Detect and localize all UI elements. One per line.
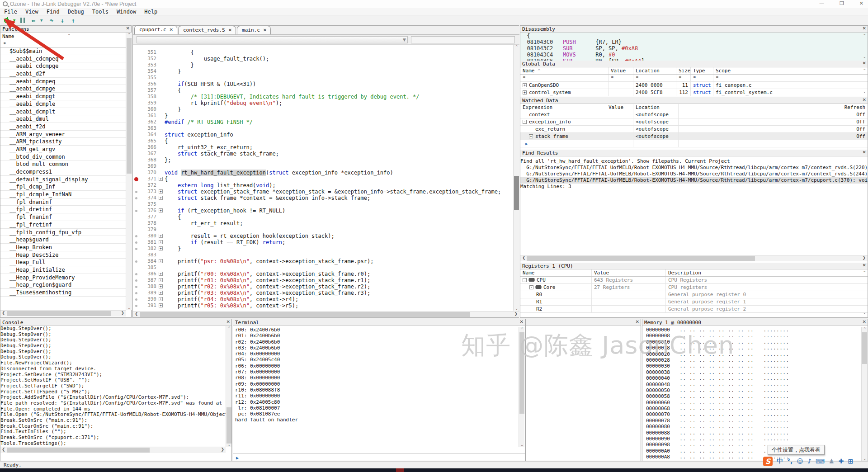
fold-gutter[interactable]: +	[156, 271, 165, 277]
watched-data-new-row[interactable]: ▶	[520, 140, 868, 147]
code-line[interactable]: 374+ struct stack_frame *context = &exce…	[133, 195, 513, 201]
minimize-button[interactable]: —	[816, 0, 827, 7]
global-data-row[interactable]: +control_system2400 5CF8112structfi_cont…	[520, 89, 868, 96]
function-item[interactable]: __fpl_fnaninf	[0, 213, 126, 221]
code-line[interactable]: 390+ printf("r04: 0x%08x\n", context->r4…	[133, 296, 513, 302]
function-item[interactable]: __Heap_Broken	[0, 244, 126, 251]
code-line[interactable]: 373+ struct exception_stack_frame *excep…	[133, 189, 513, 195]
column-header[interactable]: Location	[633, 67, 676, 74]
column-header[interactable]: Value	[592, 269, 666, 276]
register-row[interactable]: R1General purpose register 1	[520, 298, 868, 306]
breakpoint-gutter[interactable]	[133, 176, 140, 182]
fold-expand-icon[interactable]: +	[159, 208, 163, 212]
function-item[interactable]: __aeabi_dcmplt	[0, 108, 126, 116]
function-item[interactable]: __Heap_DescSize	[0, 251, 126, 259]
secondary-combobox[interactable]	[411, 36, 515, 43]
step-out-icon[interactable]: ⇡	[69, 17, 77, 24]
memory-row[interactable]: 00000028 .. .. .. .. .. .. .. .. .......…	[646, 357, 859, 363]
fold-gutter[interactable]: +	[156, 283, 165, 290]
code-line[interactable]: 383	[133, 252, 513, 258]
filter-cell[interactable]: *	[520, 75, 609, 81]
filter-cell[interactable]: *	[676, 75, 691, 81]
function-item[interactable]: $Sub$$main	[0, 47, 126, 55]
function-item[interactable]: __aeabi_cdcmpge	[0, 62, 126, 70]
code-line[interactable]: 378 rt_err_t result;	[133, 220, 513, 227]
breakpoint-gutter[interactable]	[133, 296, 140, 302]
find-result-line[interactable]: G:/NutStoreSync/FFTAI/FFTAI-UofMELB/Robo…	[520, 171, 868, 177]
scroll-down-icon[interactable]: ⌄	[863, 54, 866, 59]
function-item[interactable]: __fplib_config_fpu_vfp	[0, 229, 126, 236]
tab-main-c[interactable]: main.c✕	[237, 26, 271, 34]
breakpoint-gutter[interactable]	[133, 100, 140, 106]
memory-row[interactable]: 00000040 .. .. .. .. .. .. .. .. .......…	[646, 375, 859, 381]
fold-gutter[interactable]	[156, 100, 165, 106]
code-line[interactable]: 371+{	[133, 176, 513, 182]
fold-gutter[interactable]	[156, 214, 165, 220]
column-header[interactable]: Location	[633, 104, 679, 111]
code-area[interactable]: 351 {352 usage_fault_track();353 }354 }3…	[133, 45, 513, 311]
function-item[interactable]: __ARM_get_argv	[0, 146, 126, 153]
code-line[interactable]: 355	[133, 75, 513, 81]
menu-item-window[interactable]: Window	[113, 8, 140, 15]
function-item[interactable]: __aeabi_f2d	[0, 123, 126, 131]
expand-icon[interactable]: +	[523, 83, 527, 87]
breakpoint-gutter[interactable]	[133, 189, 140, 195]
keyboard-icon[interactable]: ⌨	[816, 458, 825, 465]
menu-item-tools[interactable]: Tools	[88, 8, 113, 15]
code-line[interactable]: 361}	[133, 113, 513, 119]
fold-gutter[interactable]	[156, 81, 165, 87]
terminal-output[interactable]: r00: 0x240076b0r01: 0x2400b6b0r02: 0x240…	[235, 327, 515, 431]
fold-gutter[interactable]: +	[156, 277, 165, 283]
breakpoint-gutter[interactable]	[133, 94, 140, 100]
code-line[interactable]: 387+ printf("r01: 0x%08x\n", context->ex…	[133, 277, 513, 283]
global-data-row[interactable]: +CanOpenSDO2400 000011structfi_canopen.c	[520, 82, 868, 89]
function-item[interactable]: __heap_region$guard	[0, 281, 126, 289]
functions-vscrollbar[interactable]: ⌃ ⌄	[126, 33, 132, 310]
pause-icon[interactable]	[20, 18, 27, 23]
breakpoint-gutter[interactable]	[133, 220, 140, 227]
memory-row[interactable]: 00000078 .. .. .. .. .. .. .. .. .......…	[646, 418, 859, 424]
editor-vscrollbar[interactable]: ⌃ ⌄	[513, 45, 519, 311]
menu-item-find[interactable]: Find	[42, 8, 64, 15]
column-header[interactable]: Name ⌃	[520, 67, 609, 74]
scroll-up-icon[interactable]: ⌃	[863, 33, 866, 38]
close-panel-icon[interactable]: ✕	[226, 319, 230, 324]
filter-cell[interactable]: *	[609, 75, 633, 81]
code-line[interactable]: 354 }	[133, 68, 513, 75]
close-panel-icon[interactable]: ✕	[863, 319, 866, 324]
fold-expand-icon[interactable]: +	[159, 297, 163, 301]
console-log[interactable]: Debug.StepOver();Debug.StepOver();Debug.…	[0, 326, 226, 447]
fold-expand-icon[interactable]: +	[159, 189, 163, 194]
find-result-line[interactable]: Find all 'rt_hw_hard_fault_exception', S…	[520, 158, 868, 165]
code-line[interactable]: 357 {	[133, 87, 513, 94]
fold-gutter[interactable]	[156, 113, 165, 119]
disassembly-line[interactable]: 081043C2 SUB SP, SP, #0xA8	[520, 45, 868, 52]
code-line[interactable]: 358 /* [31]:DEBUGEVT, Indicates hard fau…	[133, 94, 513, 100]
column-header[interactable]: Expression	[520, 104, 606, 111]
power-dropdown-icon[interactable]: ▼	[13, 18, 18, 23]
breakpoint-gutter[interactable]	[133, 68, 140, 75]
code-line[interactable]: 368};	[133, 157, 513, 163]
memory-row[interactable]: 00000000 .. .. .. .. .. .. .. .. .......…	[646, 327, 859, 333]
close-panel-icon[interactable]: ✕	[863, 263, 866, 268]
fold-gutter[interactable]	[156, 87, 165, 94]
watched-data-column-header[interactable]: ExpressionValueLocationRefresh	[520, 104, 868, 111]
tab-context_rvds-S[interactable]: context_rvds.S✕	[178, 26, 236, 34]
new-watch-cell[interactable]	[633, 140, 679, 147]
function-item[interactable]: __btod_div_common	[0, 153, 126, 161]
expand-icon[interactable]: -	[523, 278, 527, 282]
close-button[interactable]: ✕	[857, 0, 866, 7]
column-header[interactable]: Name	[520, 269, 592, 276]
breakpoint-gutter[interactable]	[133, 302, 140, 309]
scroll-down-icon[interactable]: ⌄	[863, 310, 866, 315]
functions-hscrollbar[interactable]: ❮ ❯	[0, 310, 126, 316]
code-line[interactable]: 376+ if (rt_exception_hook != RT_NULL)	[133, 208, 513, 214]
code-line[interactable]: 351 {	[133, 49, 513, 56]
fold-gutter[interactable]: +	[156, 208, 165, 214]
taskbar[interactable]	[0, 468, 868, 472]
function-item[interactable]: __aeabi_dcmple	[0, 100, 126, 108]
breakpoint-gutter[interactable]	[133, 252, 140, 258]
fold-gutter[interactable]	[156, 157, 165, 163]
fold-gutter[interactable]	[156, 182, 165, 189]
emoji-icon[interactable]: ☺	[797, 458, 803, 465]
